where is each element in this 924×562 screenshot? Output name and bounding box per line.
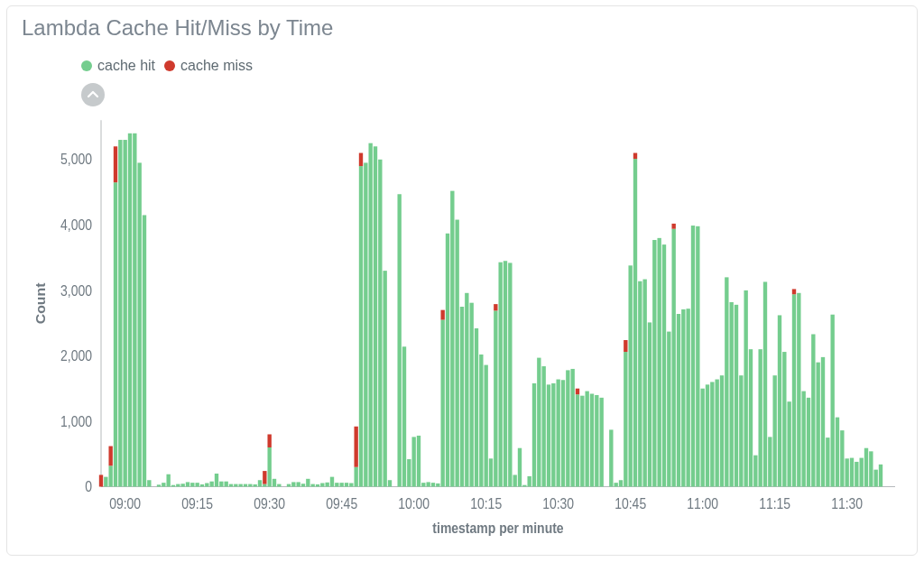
svg-rect-156 <box>633 152 637 159</box>
svg-rect-167 <box>681 309 685 487</box>
svg-rect-118 <box>465 293 468 487</box>
svg-rect-170 <box>696 226 699 487</box>
svg-rect-62 <box>209 481 213 486</box>
svg-rect-78 <box>277 484 281 486</box>
svg-rect-187 <box>778 315 781 486</box>
svg-rect-90 <box>339 483 343 486</box>
chart-plot-area[interactable]: 01,0002,0003,0004,0005,000Count09:0009:1… <box>20 110 904 548</box>
svg-rect-163 <box>667 331 670 486</box>
svg-text:0: 0 <box>85 478 92 494</box>
svg-rect-146 <box>590 393 594 486</box>
svg-rect-84 <box>310 484 314 486</box>
svg-rect-73 <box>263 484 266 486</box>
svg-rect-54 <box>171 484 175 486</box>
legend-label-hit: cache hit <box>97 58 155 74</box>
svg-rect-98 <box>368 143 372 486</box>
svg-rect-166 <box>677 314 680 487</box>
svg-rect-59 <box>195 483 199 486</box>
svg-rect-60 <box>200 484 204 487</box>
svg-rect-103 <box>397 194 401 486</box>
svg-rect-79 <box>287 484 291 486</box>
svg-rect-55 <box>176 484 180 486</box>
svg-rect-46 <box>128 134 132 487</box>
collapse-button[interactable] <box>81 83 105 106</box>
svg-rect-64 <box>219 481 223 486</box>
svg-rect-152 <box>624 352 627 486</box>
svg-rect-53 <box>166 474 170 487</box>
svg-rect-40 <box>108 465 112 486</box>
svg-rect-209 <box>879 465 882 487</box>
svg-rect-151 <box>619 480 623 486</box>
svg-rect-89 <box>335 483 338 486</box>
svg-text:11:15: 11:15 <box>759 495 790 511</box>
svg-rect-92 <box>349 483 353 486</box>
svg-text:10:45: 10:45 <box>614 495 646 511</box>
legend-swatch-hit <box>81 60 92 71</box>
svg-rect-127 <box>504 261 507 486</box>
svg-rect-195 <box>811 334 815 486</box>
svg-rect-159 <box>648 322 651 486</box>
chart-card: Lambda Cache Hit/Miss by Time cache hit … <box>6 5 918 556</box>
svg-rect-178 <box>735 305 738 487</box>
legend-item-miss[interactable]: cache miss <box>164 58 253 74</box>
svg-rect-87 <box>325 483 328 487</box>
svg-rect-76 <box>267 434 271 447</box>
svg-rect-158 <box>642 279 646 486</box>
svg-rect-49 <box>143 215 146 486</box>
svg-rect-153 <box>624 340 627 352</box>
svg-rect-124 <box>494 310 497 486</box>
svg-rect-196 <box>816 362 819 486</box>
svg-rect-112 <box>440 319 444 486</box>
svg-rect-65 <box>224 481 227 486</box>
legend-item-hit[interactable]: cache hit <box>81 58 155 74</box>
svg-rect-168 <box>686 309 689 486</box>
svg-rect-121 <box>479 355 483 487</box>
svg-text:10:30: 10:30 <box>542 495 574 511</box>
svg-rect-202 <box>845 458 848 486</box>
svg-rect-189 <box>787 401 790 486</box>
svg-rect-137 <box>551 383 555 487</box>
svg-rect-77 <box>273 479 276 487</box>
svg-rect-155 <box>633 159 637 486</box>
svg-text:4,000: 4,000 <box>60 217 92 233</box>
svg-rect-86 <box>320 483 324 486</box>
svg-rect-142 <box>576 394 579 486</box>
svg-rect-185 <box>768 437 772 486</box>
svg-rect-85 <box>316 484 319 487</box>
svg-rect-172 <box>706 384 709 486</box>
chevron-up-icon <box>87 88 99 101</box>
svg-rect-66 <box>229 484 233 486</box>
svg-rect-147 <box>595 395 598 487</box>
svg-rect-144 <box>580 395 584 486</box>
svg-rect-164 <box>671 228 675 486</box>
svg-rect-180 <box>744 290 747 487</box>
svg-rect-95 <box>359 166 363 486</box>
svg-rect-117 <box>460 307 464 486</box>
svg-rect-162 <box>662 244 666 486</box>
chart-svg: 01,0002,0003,0004,0005,000Count09:0009:1… <box>20 110 904 548</box>
svg-rect-125 <box>494 304 497 310</box>
svg-rect-71 <box>253 484 256 487</box>
svg-rect-154 <box>628 265 632 486</box>
svg-rect-128 <box>508 263 512 486</box>
svg-rect-83 <box>306 479 310 487</box>
svg-rect-207 <box>869 451 873 486</box>
svg-rect-129 <box>513 474 516 486</box>
svg-rect-42 <box>114 182 117 486</box>
svg-rect-57 <box>186 482 189 486</box>
svg-rect-119 <box>469 302 473 486</box>
svg-rect-160 <box>652 240 656 486</box>
svg-rect-157 <box>638 281 642 487</box>
svg-rect-190 <box>792 294 796 486</box>
svg-rect-50 <box>147 480 151 486</box>
svg-rect-106 <box>411 437 415 486</box>
svg-rect-203 <box>850 457 854 486</box>
svg-text:11:00: 11:00 <box>687 495 718 511</box>
legend-label-miss: cache miss <box>180 58 253 74</box>
svg-rect-43 <box>114 146 117 182</box>
svg-rect-120 <box>475 328 478 487</box>
svg-rect-113 <box>440 309 444 319</box>
chart-legend: cache hit cache miss <box>20 58 904 74</box>
svg-rect-138 <box>556 379 559 486</box>
svg-rect-194 <box>807 398 810 487</box>
